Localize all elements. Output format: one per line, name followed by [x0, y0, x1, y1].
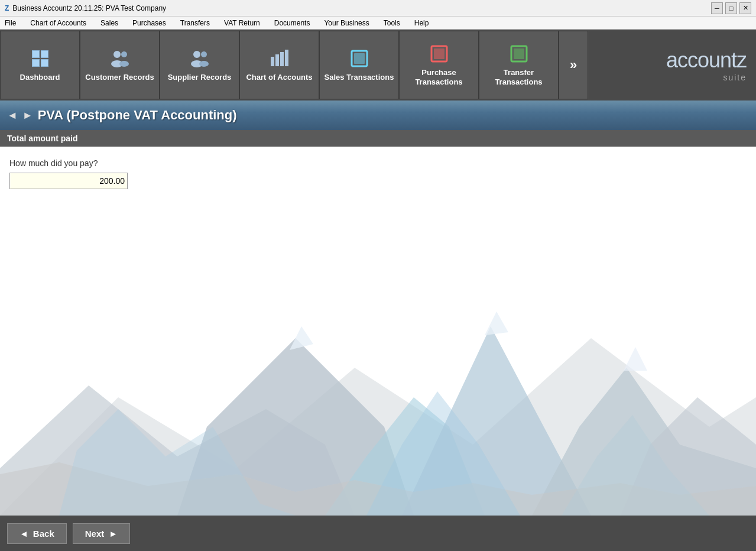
svg-rect-13	[354, 53, 365, 64]
main-content: How much did you pay?	[0, 147, 756, 201]
svg-marker-30	[366, 391, 520, 516]
svg-marker-26	[485, 312, 508, 335]
menu-help[interactable]: Help	[412, 18, 431, 28]
svg-marker-20	[177, 338, 414, 516]
toolbar-sales-transactions-button[interactable]: Sales Transactions	[319, 31, 399, 99]
supplier-records-icon	[189, 48, 210, 69]
nav-forward-arrow[interactable]: ►	[22, 109, 33, 122]
svg-point-3	[119, 61, 129, 67]
transfer-transactions-icon	[508, 43, 530, 64]
maximize-button[interactable]: □	[725, 2, 737, 14]
toolbar: Dashboard Customer Records Supplier Reco…	[0, 30, 756, 101]
menu-chart-of-accounts[interactable]: Chart of Accounts	[28, 18, 89, 28]
toolbar-supplier-records-button[interactable]: Supplier Records	[160, 31, 239, 99]
svg-marker-21	[325, 397, 485, 516]
svg-rect-9	[275, 54, 279, 66]
svg-marker-29	[59, 409, 296, 516]
toolbar-transfer-transactions-button[interactable]: Transfer Transactions	[479, 31, 559, 99]
svg-point-2	[121, 51, 127, 57]
customer-records-label: Customer Records	[85, 73, 154, 82]
amount-input[interactable]	[9, 173, 128, 189]
svg-rect-11	[285, 50, 288, 66]
toolbar-customer-records-button[interactable]: Customer Records	[80, 31, 160, 99]
svg-point-7	[199, 61, 209, 67]
next-button[interactable]: Next ►	[73, 523, 130, 544]
purchase-transactions-label: Purchase Transactions	[400, 68, 478, 86]
menu-your-business[interactable]: Your Business	[322, 18, 371, 28]
back-label: Back	[33, 529, 54, 539]
menu-file[interactable]: File	[2, 18, 18, 28]
svg-rect-17	[514, 48, 524, 59]
titlebar-left: Z Business Accountz 20.11.25: PVA Test C…	[5, 4, 166, 12]
svg-point-6	[201, 51, 207, 57]
menu-vat-return[interactable]: VAT Return	[222, 18, 262, 28]
titlebar-controls[interactable]: ─ □ ✕	[711, 2, 751, 14]
dashboard-label: Dashboard	[20, 73, 60, 82]
purchase-transactions-icon	[429, 43, 450, 64]
logo-area: accountz suite	[666, 48, 756, 82]
titlebar: Z Business Accountz 20.11.25: PVA Test C…	[0, 0, 756, 17]
menu-purchases[interactable]: Purchases	[130, 18, 168, 28]
svg-marker-28	[0, 462, 756, 516]
svg-marker-31	[562, 415, 709, 516]
toolbar-chart-of-accounts-button[interactable]: Chart of Accounts	[239, 31, 319, 99]
chart-of-accounts-label: Chart of Accounts	[246, 73, 312, 82]
mountain-background	[0, 220, 756, 516]
toolbar-purchase-transactions-button[interactable]: Purchase Transactions	[399, 31, 479, 99]
nav-back-arrow[interactable]: ◄	[7, 109, 18, 122]
svg-point-4	[193, 51, 200, 58]
app-icon: Z	[5, 4, 9, 12]
sales-transactions-icon	[349, 48, 370, 69]
svg-marker-18	[0, 338, 756, 516]
more-icon: »	[570, 57, 577, 73]
next-arrow-icon: ►	[109, 529, 118, 539]
next-label: Next	[85, 529, 105, 539]
toolbar-dashboard-button[interactable]: Dashboard	[0, 31, 80, 99]
svg-marker-22	[402, 326, 591, 516]
customer-records-icon	[109, 48, 131, 69]
transfer-transactions-label: Transfer Transactions	[479, 68, 558, 86]
close-button[interactable]: ✕	[739, 2, 751, 14]
question-label: How much did you pay?	[9, 158, 747, 168]
titlebar-title: Business Accountz 20.11.25: PVA Test Com…	[12, 4, 166, 12]
svg-marker-25	[290, 326, 313, 350]
menubar: File Chart of Accounts Sales Purchases T…	[0, 17, 756, 30]
chart-of-accounts-icon	[269, 48, 290, 69]
svg-point-0	[113, 51, 121, 58]
menu-transfers[interactable]: Transfers	[178, 18, 212, 28]
toolbar-more-button[interactable]: »	[559, 31, 588, 99]
svg-marker-19	[0, 385, 355, 516]
sales-transactions-label: Sales Transactions	[325, 73, 394, 82]
logo-text: accountz	[666, 48, 747, 73]
svg-rect-10	[280, 52, 284, 66]
menu-tools[interactable]: Tools	[381, 18, 403, 28]
dashboard-icon	[30, 48, 51, 69]
supplier-records-label: Supplier Records	[168, 73, 232, 82]
minimize-button[interactable]: ─	[711, 2, 723, 14]
svg-marker-24	[621, 397, 756, 516]
logo-suite: suite	[723, 73, 747, 82]
svg-rect-15	[434, 48, 444, 59]
svg-marker-27	[624, 347, 647, 371]
page-title: PVA (Postpone VAT Accounting)	[38, 108, 237, 123]
back-arrow-icon: ◄	[20, 529, 28, 539]
section-header: Total amount paid	[0, 130, 756, 147]
section-header-text: Total amount paid	[7, 134, 78, 143]
back-button[interactable]: ◄ Back	[7, 523, 67, 544]
svg-marker-23	[532, 368, 756, 516]
menu-documents[interactable]: Documents	[272, 18, 313, 28]
svg-rect-8	[271, 57, 274, 66]
nav-bar: ◄ ► PVA (Postpone VAT Accounting)	[0, 101, 756, 130]
menu-sales[interactable]: Sales	[98, 18, 121, 28]
bottom-bar: ◄ Back Next ►	[0, 516, 756, 551]
